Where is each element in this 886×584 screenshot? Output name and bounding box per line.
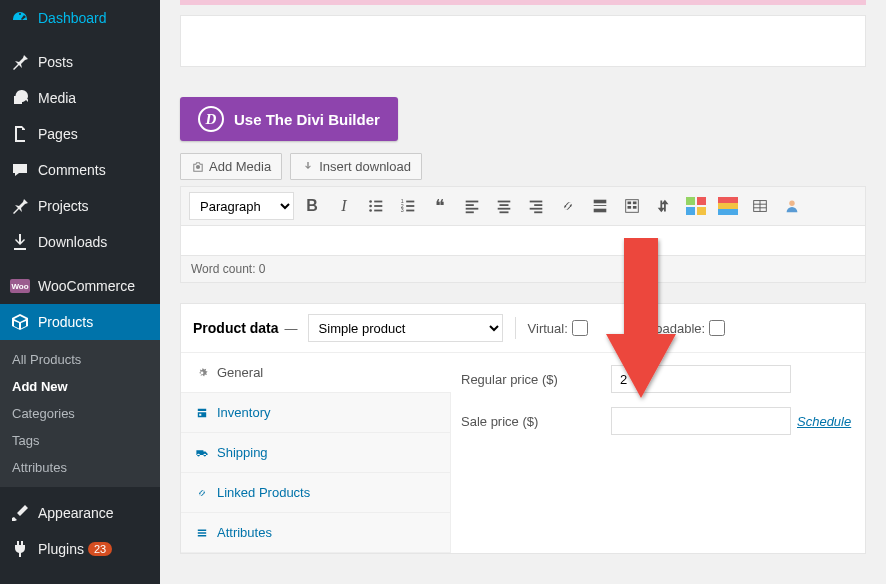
submenu-tags[interactable]: Tags <box>0 427 160 454</box>
regular-price-input[interactable] <box>611 365 791 393</box>
svg-point-1 <box>369 200 372 203</box>
stripes-icon[interactable] <box>714 192 742 220</box>
svg-text:3: 3 <box>401 207 404 213</box>
product-data-header: Product data — Simple product Virtual: w… <box>181 304 865 353</box>
svg-rect-23 <box>530 208 543 210</box>
align-left-icon[interactable] <box>458 192 486 220</box>
editor-body[interactable] <box>181 225 865 255</box>
sale-price-input[interactable] <box>611 407 791 435</box>
svg-rect-15 <box>466 208 479 210</box>
title-box[interactable] <box>180 15 866 67</box>
product-type-select[interactable]: Simple product <box>308 314 503 342</box>
menu-downloads[interactable]: Downloads <box>0 224 160 260</box>
svg-rect-30 <box>633 202 637 205</box>
bold-icon[interactable]: B <box>298 192 326 220</box>
menu-comments[interactable]: Comments <box>0 152 160 188</box>
user-icon[interactable] <box>778 192 806 220</box>
plug-icon <box>10 539 30 559</box>
tab-general[interactable]: General <box>181 353 450 393</box>
menu-dashboard[interactable]: Dashboard <box>0 0 160 36</box>
menu-label: Pages <box>38 126 78 142</box>
submenu-categories[interactable]: Categories <box>0 400 160 427</box>
download-icon <box>301 160 315 174</box>
menu-label: Posts <box>38 54 73 70</box>
menu-media[interactable]: Media <box>0 80 160 116</box>
submenu-add-new[interactable]: Add New <box>0 373 160 400</box>
align-center-icon[interactable] <box>490 192 518 220</box>
grid-color-icon[interactable] <box>682 192 710 220</box>
pin-icon <box>10 52 30 72</box>
svg-point-3 <box>369 205 372 208</box>
gauge-icon <box>10 8 30 28</box>
menu-plugins[interactable]: Plugins 23 <box>0 531 160 567</box>
menu-products[interactable]: Products <box>0 304 160 340</box>
bullet-list-icon[interactable] <box>362 192 390 220</box>
svg-rect-36 <box>697 207 706 215</box>
tab-linked-products[interactable]: Linked Products <box>181 473 450 513</box>
box-icon <box>10 312 30 332</box>
svg-rect-19 <box>498 208 511 210</box>
virtual-checkbox[interactable] <box>572 320 588 336</box>
wysiwyg-editor: Paragraph B I 123 ❝ Word count: 0 <box>180 186 866 283</box>
menu-appearance[interactable]: Appearance <box>0 495 160 531</box>
italic-icon[interactable]: I <box>330 192 358 220</box>
menu-pages[interactable]: Pages <box>0 116 160 152</box>
woocommerce-icon: Woo <box>10 276 30 296</box>
menu-label: Media <box>38 90 76 106</box>
format-select[interactable]: Paragraph <box>189 192 294 220</box>
product-data-title: Product data <box>193 320 279 336</box>
svg-rect-4 <box>374 205 382 207</box>
menu-posts[interactable]: Posts <box>0 44 160 80</box>
comment-icon <box>10 160 30 180</box>
svg-rect-6 <box>374 210 382 212</box>
sale-price-label: Sale price ($) <box>461 414 611 429</box>
pin-icon <box>10 196 30 216</box>
svg-rect-26 <box>594 205 607 206</box>
table-icon[interactable] <box>746 192 774 220</box>
svg-rect-33 <box>686 197 695 205</box>
svg-rect-20 <box>500 211 509 213</box>
svg-rect-18 <box>500 204 509 206</box>
svg-point-5 <box>369 209 372 212</box>
word-count: Word count: 0 <box>181 255 865 282</box>
tab-shipping[interactable]: Shipping <box>181 433 450 473</box>
quote-icon[interactable]: ❝ <box>426 192 454 220</box>
regular-price-label: Regular price ($) <box>461 372 611 387</box>
camera-icon <box>191 160 205 174</box>
align-right-icon[interactable] <box>522 192 550 220</box>
menu-label: WooCommerce <box>38 278 135 294</box>
tab-inventory[interactable]: Inventory <box>181 393 450 433</box>
svg-rect-21 <box>530 201 543 203</box>
svg-rect-25 <box>594 200 607 204</box>
svg-rect-2 <box>374 201 382 203</box>
schedule-link[interactable]: Schedule <box>797 414 851 429</box>
product-data-panel: Product data — Simple product Virtual: w… <box>180 303 866 554</box>
pages-icon <box>10 124 30 144</box>
accent-bar <box>180 0 866 5</box>
svg-rect-24 <box>534 211 542 213</box>
number-list-icon[interactable]: 123 <box>394 192 422 220</box>
downloadable-checkbox[interactable] <box>709 320 725 336</box>
svg-point-41 <box>789 201 794 206</box>
brush-icon <box>10 503 30 523</box>
svg-rect-32 <box>633 206 637 209</box>
svg-rect-35 <box>686 207 695 215</box>
menu-woocommerce[interactable]: Woo WooCommerce <box>0 268 160 304</box>
add-media-button[interactable]: Add Media <box>180 153 282 180</box>
svg-rect-22 <box>534 204 542 206</box>
toolbar-toggle-icon[interactable] <box>618 192 646 220</box>
svg-rect-16 <box>466 211 474 213</box>
divi-button-label: Use The Divi Builder <box>234 111 380 128</box>
migrate-icon[interactable] <box>650 192 678 220</box>
submenu-all-products[interactable]: All Products <box>0 346 160 373</box>
menu-projects[interactable]: Projects <box>0 188 160 224</box>
insert-download-button[interactable]: Insert download <box>290 153 422 180</box>
link-icon[interactable] <box>554 192 582 220</box>
submenu-attributes[interactable]: Attributes <box>0 454 160 481</box>
tab-attributes[interactable]: Attributes <box>181 513 450 553</box>
menu-label: Comments <box>38 162 106 178</box>
readmore-icon[interactable] <box>586 192 614 220</box>
main-content: D Use The Divi Builder Add Media Insert … <box>160 0 886 584</box>
divi-builder-button[interactable]: D Use The Divi Builder <box>180 97 398 141</box>
svg-rect-34 <box>697 197 706 205</box>
